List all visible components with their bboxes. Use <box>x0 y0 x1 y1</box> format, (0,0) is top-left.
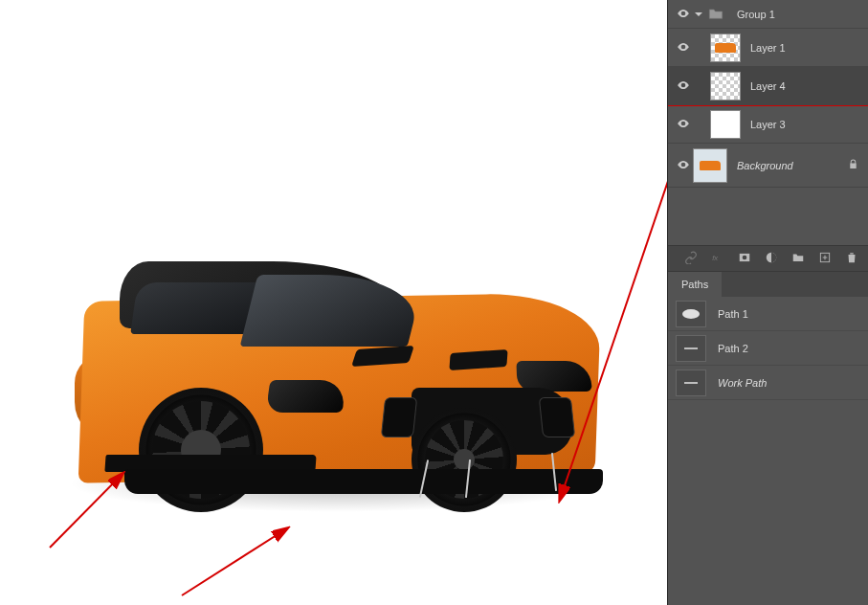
visibility-toggle[interactable] <box>674 158 693 173</box>
svg-line-0 <box>50 474 122 548</box>
layer-thumbnail[interactable] <box>710 110 741 139</box>
eye-icon <box>677 158 690 173</box>
layer-name: Layer 4 <box>750 80 786 92</box>
annotation-arrow <box>0 0 667 605</box>
app-root: Group 1 Layer 1 Layer 4 <box>0 0 868 605</box>
expand-toggle[interactable] <box>693 10 704 19</box>
path-name: Work Path <box>718 377 767 389</box>
new-layer-icon[interactable] <box>818 251 832 266</box>
tab-paths[interactable]: Paths <box>668 272 722 297</box>
fx-icon[interactable]: fx <box>711 251 724 266</box>
layer-name: Background <box>737 160 793 171</box>
layers-footer-toolbar: fx <box>668 245 868 272</box>
layer-thumbnail[interactable] <box>693 148 727 183</box>
canvas[interactable] <box>0 0 667 605</box>
eye-icon <box>677 40 690 56</box>
path-thumbnail[interactable] <box>676 370 706 396</box>
svg-line-1 <box>182 528 287 595</box>
path-row[interactable]: Path 2 <box>668 331 868 366</box>
eye-icon <box>677 7 690 22</box>
svg-point-5 <box>743 256 747 260</box>
layer-thumbnail[interactable] <box>710 34 741 62</box>
path-thumbnail[interactable] <box>676 301 706 327</box>
path-row[interactable]: Path 1 <box>668 297 868 331</box>
layer-background-row[interactable]: Background <box>668 144 868 188</box>
folder-icon[interactable] <box>791 251 805 266</box>
folder-icon <box>708 7 723 22</box>
svg-text:fx: fx <box>712 254 719 262</box>
paths-tab-bar: Paths <box>668 272 868 297</box>
visibility-toggle[interactable] <box>674 40 693 56</box>
layer-name: Layer 3 <box>750 119 786 130</box>
layer-row-selected[interactable]: Layer 4 <box>668 67 868 105</box>
link-layers-icon[interactable] <box>684 251 698 266</box>
layers-panel: Group 1 Layer 1 Layer 4 <box>668 0 868 245</box>
group-name: Group 1 <box>737 9 775 20</box>
lock-icon[interactable] <box>848 159 858 171</box>
right-panel: Group 1 Layer 1 Layer 4 <box>667 0 868 605</box>
eye-icon <box>677 78 690 94</box>
path-name: Path 1 <box>718 308 748 320</box>
layers-empty-area[interactable] <box>668 188 868 245</box>
visibility-toggle[interactable] <box>674 78 693 94</box>
path-row[interactable]: Work Path <box>668 366 868 400</box>
path-thumbnail[interactable] <box>676 335 706 362</box>
trash-icon[interactable] <box>845 251 858 266</box>
layer-row[interactable]: Layer 1 <box>668 29 868 67</box>
visibility-toggle[interactable] <box>674 7 693 22</box>
svg-line-2 <box>560 91 667 500</box>
mask-icon[interactable] <box>738 251 751 266</box>
visibility-toggle[interactable] <box>674 117 693 132</box>
tab-label: Paths <box>681 279 708 290</box>
layer-name: Layer 1 <box>750 42 786 54</box>
eye-icon <box>677 117 690 132</box>
layer-thumbnail[interactable] <box>710 72 741 101</box>
layer-group-row[interactable]: Group 1 <box>668 0 868 29</box>
paths-panel: Path 1 Path 2 Work Path <box>668 297 868 605</box>
layer-row[interactable]: Layer 3 <box>668 105 868 144</box>
adjustment-icon[interactable] <box>765 251 778 266</box>
path-name: Path 2 <box>718 343 748 354</box>
